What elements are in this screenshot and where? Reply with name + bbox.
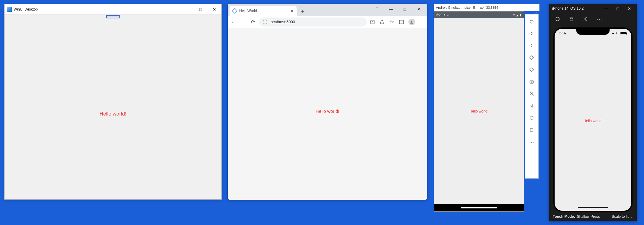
volume-up-icon[interactable] [528,30,535,37]
lock-icon[interactable] [568,16,575,22]
more-icon[interactable]: ⋯ [596,16,602,22]
rotate-left-icon[interactable] [528,54,535,61]
bookmark-icon[interactable]: ☆ [389,19,394,25]
zoom-icon[interactable] [528,90,535,97]
power-icon[interactable] [528,18,535,25]
sidepanel-icon[interactable] [399,19,404,25]
minimize-button[interactable]: — [602,5,611,12]
address-bar: ← → ⟳ i localhost:5000 ☆ ⋮ [228,16,427,28]
reload-button[interactable]: ⟳ [250,19,256,25]
favicon-icon [232,8,238,14]
share-icon[interactable] [379,19,385,25]
android-screen[interactable]: Hello world! [434,18,524,204]
status-time: 5:37 [559,31,567,35]
toolbar-right: ☆ ⋮ [370,19,425,25]
battery-icon: ▮ [520,13,521,17]
settings-icon[interactable] [582,16,588,22]
chevron-down-icon[interactable]: ⌄ [630,215,633,219]
close-button[interactable]: ✕ [412,5,425,13]
volume-down-icon[interactable] [528,42,535,49]
rotate-right-icon[interactable] [528,66,535,73]
wifi-icon: ▾ [513,13,515,17]
scale-value[interactable]: Scale to fit [612,214,629,219]
hello-label: Hello world! [228,109,427,114]
tab-label: HelloWorld [239,9,288,13]
home-icon[interactable] [555,16,561,22]
install-app-icon[interactable] [370,19,375,25]
ios-toolbar: ⋯ [549,13,637,25]
close-button[interactable]: ✕ [625,5,634,12]
ios-titlebar[interactable]: iPhone 14 iOS 16.2 — □ ✕ [549,4,637,13]
close-button[interactable]: ✕ [208,4,221,14]
notch [576,29,610,35]
svg-rect-8 [530,81,533,83]
android-emulator-window: Android Emulator - pixel_5_-_api_33:5554… [434,4,539,212]
hello-label: Hello world! [555,38,631,204]
svg-line-11 [533,95,533,96]
svg-point-16 [556,17,559,21]
window-controls: ˅ — □ ✕ [370,5,425,13]
signal-icon: ◢ [516,13,518,17]
overview-icon[interactable] [528,127,535,133]
iphone-screen[interactable]: 5:37 •• ᯤ Hello world! [555,29,631,211]
forward-button[interactable]: → [240,19,246,25]
ios-title: iPhone 14 iOS 16.2 [552,6,599,11]
ios-footer: Touch Mode: Shallow Press Scale to fit ⌄ [549,212,637,221]
touch-mode-value[interactable]: Shallow Press [577,214,600,219]
back-icon[interactable] [528,103,535,109]
winui-titlebar[interactable]: WinUI Desktop — □ ✕ [5,4,221,14]
minimize-button[interactable]: — [180,4,194,14]
winui-window: WinUI Desktop — □ ✕ Hello world! [4,4,222,200]
emulator-sidebar: — ✕ ⋯ [525,14,539,179]
maximize-button[interactable]: □ [398,5,411,13]
omnibox[interactable]: i localhost:5000 [259,17,367,27]
svg-rect-15 [530,129,533,132]
sidebar-minimize-button[interactable]: — [530,11,534,15]
status-time: 5:29 [436,13,442,17]
hello-label: Hello world! [5,111,221,117]
svg-point-18 [585,18,586,20]
app-icon [7,7,12,12]
maximize-button[interactable]: □ [194,4,208,14]
emulator-title: Android Emulator - pixel_5_-_api_33:5554 [436,6,537,9]
touch-mode-label: Touch Mode: [553,214,575,219]
hello-label: Hello world! [434,109,524,113]
emulator-titlebar[interactable]: Android Emulator - pixel_5_-_api_33:5554 [434,4,539,11]
tab-close-icon[interactable]: ✕ [290,9,294,13]
svg-point-3 [411,21,413,22]
wifi-icon: ᯤ [615,31,619,35]
winui-client-area: Hello world! [5,14,221,199]
menu-icon[interactable]: ⋮ [419,19,425,25]
home-icon[interactable] [528,115,535,121]
android-status-bar: 5:29 ✦ ⌂ ▾ ◢ ▮ [434,11,524,18]
maximize-button[interactable]: □ [613,5,622,12]
browser-window: HelloWorld ✕ + ˅ — □ ✕ ← → ⟳ i localhost… [228,4,427,200]
more-icon[interactable]: ⋯ [528,139,535,145]
gesture-bar[interactable] [461,207,497,208]
window-title: WinUI Desktop [14,7,180,11]
caret-button[interactable]: ˅ [370,5,384,13]
screenshot-icon[interactable] [528,78,535,85]
svg-point-14 [530,116,533,120]
svg-rect-7 [530,68,534,72]
svg-rect-1 [399,20,404,24]
new-tab-button[interactable]: + [298,8,307,16]
url-text: localhost:5000 [270,20,295,24]
iphone-device: 5:37 •• ᯤ Hello world! [553,27,633,212]
profile-avatar[interactable] [408,19,415,25]
browser-tab[interactable]: HelloWorld ✕ [230,6,297,16]
window-controls: — □ ✕ [180,4,221,14]
sidebar-close-button[interactable]: ✕ [535,11,538,15]
android-nav-bar[interactable] [434,204,524,211]
back-button[interactable]: ← [230,19,237,25]
debug-icon: ⌂ [447,13,449,17]
svg-rect-17 [570,19,573,21]
site-info-icon[interactable]: i [263,20,267,24]
minimize-button[interactable]: — [384,5,398,13]
tab-strip: HelloWorld ✕ + ˅ — □ ✕ [228,4,427,16]
home-indicator[interactable] [555,204,631,211]
svg-point-9 [531,81,533,83]
browser-viewport: Hello world! [228,28,427,200]
svg-rect-6 [530,56,534,60]
android-device: 5:29 ✦ ⌂ ▾ ◢ ▮ Hello world! [434,11,524,212]
